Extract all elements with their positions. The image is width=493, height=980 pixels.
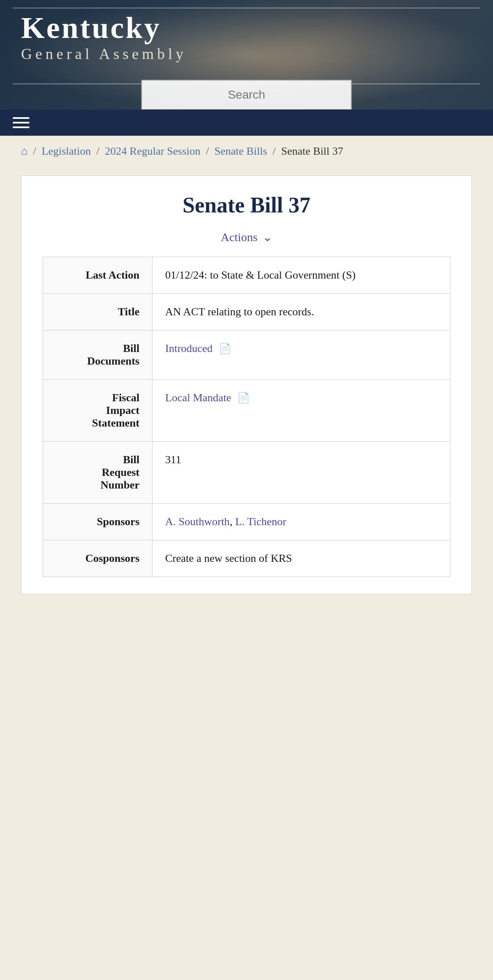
breadcrumb-sep-3: / — [273, 145, 276, 158]
actions-container: Actions ⌄ — [43, 230, 450, 244]
breadcrumb-senate-bills[interactable]: Senate Bills — [214, 145, 267, 158]
hamburger-line-2 — [13, 122, 29, 124]
table-row: BillRequestNumber 311 — [43, 442, 450, 504]
value-bill-request-number: 311 — [153, 442, 450, 504]
pdf-icon-local-mandate: 📄 — [237, 392, 250, 404]
label-sponsors: Sponsors — [43, 504, 153, 540]
breadcrumb-2024-session[interactable]: 2024 Regular Session — [105, 145, 201, 158]
value-cosponsors: Create a new section of KRS — [153, 540, 450, 577]
table-row: Cosponsors Create a new section of KRS — [43, 540, 450, 577]
bill-card: Senate Bill 37 Actions ⌄ Last Action 01/… — [21, 175, 472, 594]
table-row: Sponsors A. Southworth, L. Tichenor — [43, 504, 450, 540]
value-fiscal-impact: Local Mandate 📄 — [153, 380, 450, 442]
local-mandate-label: Local Mandate — [165, 392, 231, 404]
search-input[interactable] — [141, 80, 352, 110]
breadcrumb-sep-1: / — [96, 145, 99, 158]
breadcrumb: ⌂ / Legislation / 2024 Regular Session /… — [0, 136, 493, 167]
label-cosponsors: Cosponsors — [43, 540, 153, 577]
breadcrumb-home[interactable]: ⌂ — [21, 145, 28, 158]
breadcrumb-legislation[interactable]: Legislation — [42, 145, 91, 158]
breadcrumb-sep-2: / — [206, 145, 209, 158]
sponsor-tichenor-link[interactable]: L. Tichenor — [235, 516, 286, 528]
search-bar-container — [0, 80, 493, 110]
header-content: Kentucky General Assembly — [0, 0, 208, 75]
site-title-kentucky: Kentucky — [21, 13, 187, 43]
table-row: Last Action 01/12/24: to State & Local G… — [43, 257, 450, 294]
local-mandate-link[interactable]: Local Mandate 📄 — [165, 392, 250, 404]
hamburger-line-1 — [13, 117, 29, 119]
label-bill-documents: BillDocuments — [43, 330, 153, 380]
pdf-icon-introduced: 📄 — [219, 343, 231, 354]
site-title-general-assembly: General Assembly — [21, 45, 187, 63]
site-header: Kentucky General Assembly — [0, 0, 493, 110]
bill-info-table: Last Action 01/12/24: to State & Local G… — [43, 257, 450, 577]
table-row: Title AN ACT relating to open records. — [43, 294, 450, 330]
label-title: Title — [43, 294, 153, 330]
table-row: BillDocuments Introduced 📄 — [43, 330, 450, 380]
introduced-link[interactable]: Introduced 📄 — [165, 342, 231, 354]
hamburger-line-3 — [13, 126, 29, 128]
label-fiscal-impact: FiscalImpactStatement — [43, 380, 153, 442]
bill-title: Senate Bill 37 — [43, 193, 450, 217]
value-sponsors: A. Southworth, L. Tichenor — [153, 504, 450, 540]
hamburger-menu[interactable] — [13, 117, 29, 128]
value-bill-documents: Introduced 📄 — [153, 330, 450, 380]
breadcrumb-current: Senate Bill 37 — [281, 145, 343, 158]
breadcrumb-sep-0: / — [33, 145, 36, 158]
introduced-label: Introduced — [165, 342, 213, 354]
actions-button[interactable]: Actions ⌄ — [221, 231, 272, 244]
main-content: Senate Bill 37 Actions ⌄ Last Action 01/… — [0, 167, 493, 611]
value-title: AN ACT relating to open records. — [153, 294, 450, 330]
label-last-action: Last Action — [43, 257, 153, 294]
sponsor-southworth-link[interactable]: A. Southworth — [165, 516, 230, 528]
navbar — [0, 110, 493, 136]
value-last-action: 01/12/24: to State & Local Government (S… — [153, 257, 450, 294]
table-row: FiscalImpactStatement Local Mandate 📄 — [43, 380, 450, 442]
label-bill-request-number: BillRequestNumber — [43, 442, 153, 504]
actions-arrow-icon: ⌄ — [263, 230, 272, 244]
actions-label: Actions — [221, 231, 257, 244]
